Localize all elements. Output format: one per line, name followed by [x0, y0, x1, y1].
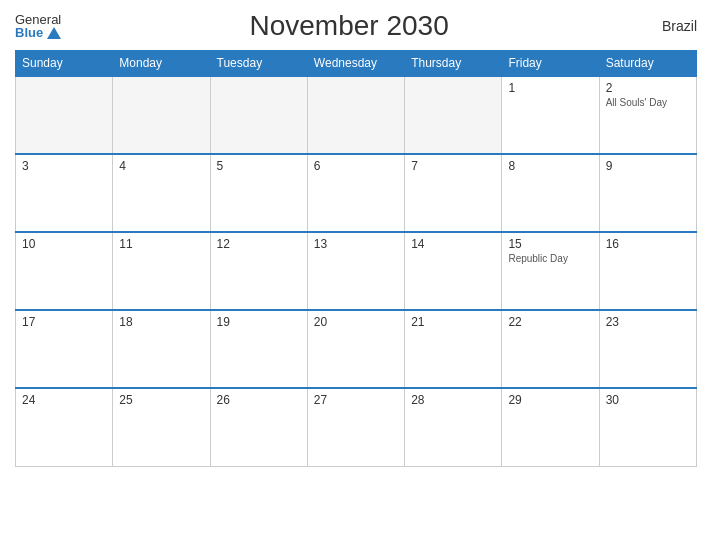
calendar-day-cell [113, 76, 210, 154]
day-number: 17 [22, 315, 106, 329]
calendar-day-cell: 17 [16, 310, 113, 388]
day-number: 21 [411, 315, 495, 329]
day-number: 6 [314, 159, 398, 173]
calendar-header: General Blue November 2030 Brazil [15, 10, 697, 42]
calendar-container: General Blue November 2030 Brazil Sunday… [0, 0, 712, 550]
day-number: 19 [217, 315, 301, 329]
col-thursday: Thursday [405, 51, 502, 77]
day-number: 8 [508, 159, 592, 173]
day-number: 3 [22, 159, 106, 173]
day-number: 24 [22, 393, 106, 407]
day-number: 13 [314, 237, 398, 251]
calendar-day-cell: 3 [16, 154, 113, 232]
col-saturday: Saturday [599, 51, 696, 77]
calendar-day-cell: 18 [113, 310, 210, 388]
day-number: 29 [508, 393, 592, 407]
calendar-day-cell: 30 [599, 388, 696, 466]
weekday-header-row: Sunday Monday Tuesday Wednesday Thursday… [16, 51, 697, 77]
day-number: 9 [606, 159, 690, 173]
calendar-day-cell: 10 [16, 232, 113, 310]
calendar-day-cell: 26 [210, 388, 307, 466]
calendar-day-cell: 19 [210, 310, 307, 388]
calendar-day-cell: 23 [599, 310, 696, 388]
day-number: 28 [411, 393, 495, 407]
calendar-day-cell: 4 [113, 154, 210, 232]
calendar-day-cell: 24 [16, 388, 113, 466]
day-number: 11 [119, 237, 203, 251]
calendar-day-cell: 6 [307, 154, 404, 232]
day-number: 10 [22, 237, 106, 251]
country-label: Brazil [637, 18, 697, 34]
day-number: 18 [119, 315, 203, 329]
day-number: 1 [508, 81, 592, 95]
calendar-day-cell: 12 [210, 232, 307, 310]
calendar-day-cell: 9 [599, 154, 696, 232]
col-tuesday: Tuesday [210, 51, 307, 77]
col-friday: Friday [502, 51, 599, 77]
calendar-day-cell: 22 [502, 310, 599, 388]
calendar-day-cell: 21 [405, 310, 502, 388]
logo: General Blue [15, 13, 61, 39]
calendar-day-cell [307, 76, 404, 154]
holiday-label: Republic Day [508, 253, 592, 264]
day-number: 26 [217, 393, 301, 407]
day-number: 20 [314, 315, 398, 329]
calendar-day-cell: 15Republic Day [502, 232, 599, 310]
calendar-day-cell [16, 76, 113, 154]
calendar-day-cell: 11 [113, 232, 210, 310]
day-number: 12 [217, 237, 301, 251]
calendar-week-row: 12All Souls' Day [16, 76, 697, 154]
day-number: 30 [606, 393, 690, 407]
calendar-day-cell: 13 [307, 232, 404, 310]
day-number: 25 [119, 393, 203, 407]
holiday-label: All Souls' Day [606, 97, 690, 108]
day-number: 5 [217, 159, 301, 173]
col-monday: Monday [113, 51, 210, 77]
day-number: 7 [411, 159, 495, 173]
logo-blue-text: Blue [15, 26, 43, 39]
calendar-day-cell: 25 [113, 388, 210, 466]
calendar-table: Sunday Monday Tuesday Wednesday Thursday… [15, 50, 697, 467]
day-number: 23 [606, 315, 690, 329]
calendar-day-cell [210, 76, 307, 154]
calendar-day-cell: 2All Souls' Day [599, 76, 696, 154]
calendar-day-cell: 5 [210, 154, 307, 232]
col-sunday: Sunday [16, 51, 113, 77]
calendar-day-cell: 1 [502, 76, 599, 154]
calendar-day-cell: 20 [307, 310, 404, 388]
day-number: 22 [508, 315, 592, 329]
calendar-day-cell [405, 76, 502, 154]
calendar-day-cell: 14 [405, 232, 502, 310]
day-number: 4 [119, 159, 203, 173]
calendar-day-cell: 16 [599, 232, 696, 310]
day-number: 14 [411, 237, 495, 251]
calendar-week-row: 101112131415Republic Day16 [16, 232, 697, 310]
calendar-day-cell: 28 [405, 388, 502, 466]
day-number: 15 [508, 237, 592, 251]
col-wednesday: Wednesday [307, 51, 404, 77]
calendar-title: November 2030 [61, 10, 637, 42]
calendar-week-row: 17181920212223 [16, 310, 697, 388]
calendar-week-row: 24252627282930 [16, 388, 697, 466]
calendar-day-cell: 7 [405, 154, 502, 232]
day-number: 27 [314, 393, 398, 407]
day-number: 16 [606, 237, 690, 251]
calendar-day-cell: 8 [502, 154, 599, 232]
calendar-day-cell: 29 [502, 388, 599, 466]
logo-triangle-icon [47, 27, 61, 39]
day-number: 2 [606, 81, 690, 95]
calendar-day-cell: 27 [307, 388, 404, 466]
calendar-week-row: 3456789 [16, 154, 697, 232]
